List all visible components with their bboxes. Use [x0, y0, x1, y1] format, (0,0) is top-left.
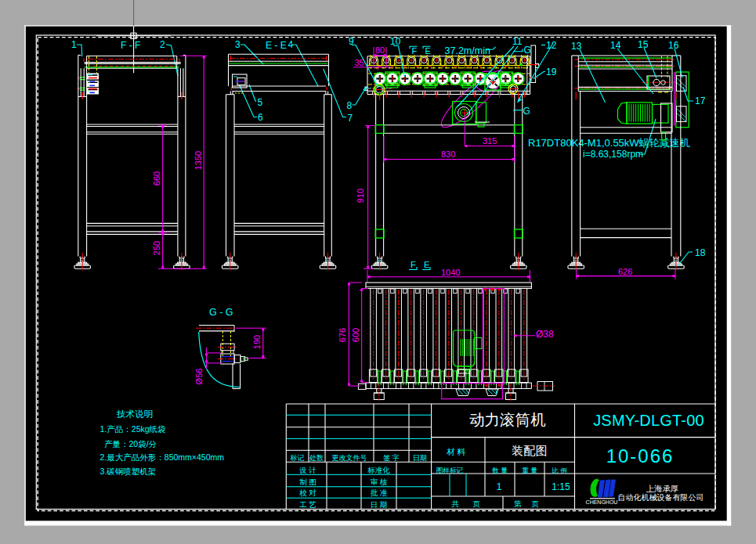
svg-text:14: 14 [610, 40, 621, 51]
svg-text:18: 18 [695, 247, 706, 258]
svg-text:G: G [524, 45, 531, 56]
svg-text:250: 250 [152, 241, 161, 255]
svg-text:更改文件号: 更改文件号 [332, 454, 367, 462]
svg-text:材 料: 材 料 [447, 447, 465, 456]
svg-text:处数: 处数 [309, 454, 324, 462]
svg-text:页: 页 [531, 499, 539, 508]
svg-text:626: 626 [618, 267, 632, 276]
svg-text:190: 190 [252, 335, 262, 349]
svg-text:上海承厚: 上海承厚 [646, 484, 679, 493]
svg-text:动力滚筒机: 动力滚筒机 [469, 411, 546, 428]
svg-text:自动化机械设备有限公司: 自动化机械设备有限公司 [618, 493, 704, 502]
svg-text:CHENGHOU: CHENGHOU [586, 499, 618, 505]
svg-text:15: 15 [638, 39, 649, 50]
svg-text:标记: 标记 [290, 454, 305, 462]
svg-text:16: 16 [668, 40, 679, 51]
svg-text:17: 17 [695, 95, 706, 106]
svg-text:7: 7 [348, 113, 353, 124]
svg-text:G: G [523, 106, 530, 117]
svg-text:标准化: 标准化 [367, 466, 390, 474]
svg-text:JSMY-DLGT-00: JSMY-DLGT-00 [593, 412, 704, 429]
svg-text:35: 35 [355, 58, 364, 67]
svg-text:910: 910 [356, 189, 365, 203]
svg-text:19: 19 [546, 67, 557, 77]
svg-text:12: 12 [546, 40, 557, 51]
svg-text:批 准: 批 准 [371, 488, 388, 497]
svg-text:比 例: 比 例 [552, 467, 566, 474]
svg-text:2: 2 [160, 39, 165, 50]
svg-text:37.2m/min: 37.2m/min [445, 45, 490, 56]
svg-text:审 核: 审 核 [371, 477, 388, 486]
svg-text:日 期: 日 期 [371, 500, 388, 509]
svg-text:F: F [412, 46, 418, 56]
svg-text:图样标记: 图样标记 [436, 467, 464, 474]
svg-text:1: 1 [71, 39, 77, 50]
svg-text:315: 315 [483, 136, 497, 146]
svg-text:G - G: G - G [209, 307, 233, 318]
svg-text:676: 676 [338, 328, 347, 342]
svg-text:E: E [425, 46, 431, 56]
svg-text:Ø56: Ø56 [194, 369, 204, 385]
svg-text:E: E [424, 260, 429, 269]
svg-text:签 字: 签 字 [383, 454, 400, 462]
svg-text:校 对: 校 对 [298, 488, 317, 497]
svg-text:数 量: 数 量 [492, 467, 508, 474]
svg-text:11: 11 [512, 36, 523, 47]
svg-text:F: F [411, 260, 416, 269]
svg-text:产量：20袋/分: 产量：20袋/分 [104, 439, 157, 449]
svg-text:3: 3 [235, 39, 241, 50]
svg-text:设 计: 设 计 [298, 466, 317, 474]
svg-text:Ø38: Ø38 [536, 329, 554, 340]
svg-text:页: 页 [472, 499, 480, 508]
svg-text:E - E: E - E [266, 40, 287, 51]
svg-text:日期: 日期 [413, 454, 427, 462]
svg-text:600: 600 [351, 328, 360, 342]
svg-text:80: 80 [375, 45, 385, 55]
svg-text:8: 8 [347, 100, 353, 111]
svg-text:6: 6 [258, 112, 263, 123]
svg-text:1350: 1350 [194, 151, 203, 170]
svg-text:1: 1 [497, 481, 502, 492]
svg-text:660: 660 [152, 171, 161, 186]
svg-text:装配图: 装配图 [512, 444, 548, 457]
svg-text:技术说明: 技术说明 [116, 409, 153, 419]
svg-text:制 图: 制 图 [299, 477, 317, 486]
svg-text:3.碳钢喷塑机架: 3.碳钢喷塑机架 [100, 467, 157, 476]
svg-text:重 量: 重 量 [522, 467, 537, 474]
svg-text:830: 830 [441, 150, 455, 159]
svg-text:1.产品：25kg纸袋: 1.产品：25kg纸袋 [100, 424, 166, 434]
svg-text:10-066: 10-066 [606, 445, 675, 467]
svg-text:第: 第 [514, 499, 522, 508]
svg-text:1040: 1040 [441, 268, 460, 277]
svg-text:10: 10 [390, 36, 401, 47]
svg-text:1:15: 1:15 [552, 481, 570, 492]
svg-text:工 艺: 工 艺 [299, 500, 317, 509]
svg-text:F - F: F - F [121, 40, 140, 51]
svg-text:共: 共 [451, 499, 459, 508]
svg-text:5: 5 [258, 97, 263, 108]
svg-text:2.最大产品外形：850mm×450mm: 2.最大产品外形：850mm×450mm [100, 452, 225, 462]
svg-text:i=8.63,158rpm: i=8.63,158rpm [583, 149, 643, 160]
